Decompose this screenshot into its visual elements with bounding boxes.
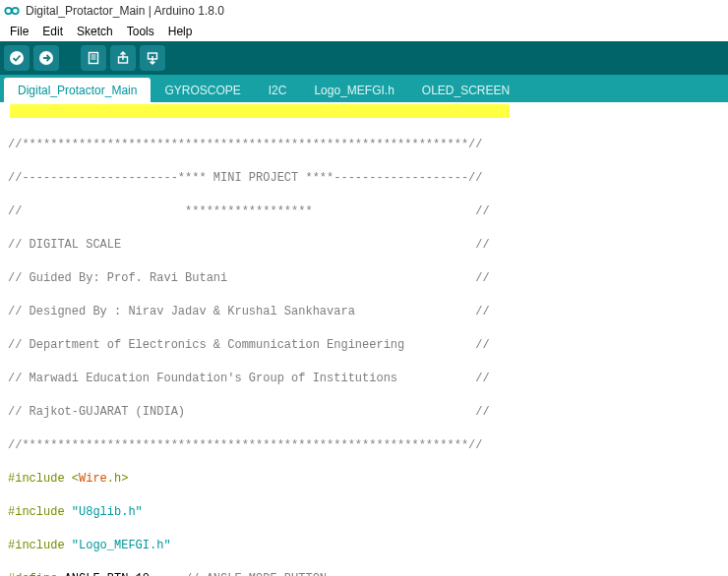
tab-main[interactable]: Digital_Protactor_Main [4,78,151,102]
new-button[interactable] [81,45,106,71]
tab-logo[interactable]: Logo_MEFGI.h [300,78,407,102]
tab-bar: Digital_Protactor_Main GYROSCOPE I2C Log… [0,75,728,102]
code-token: #include [8,539,65,552]
tab-gyroscope[interactable]: GYROSCOPE [151,78,254,102]
code-token: "Logo_MEFGI.h" [72,539,171,552]
tab-oled[interactable]: OLED_SCREEN [408,78,523,102]
svg-point-1 [12,8,18,14]
code-editor[interactable]: //**************************************… [0,120,728,576]
svg-rect-4 [90,53,98,64]
code-token: ANGLE_BTN 10 [57,572,185,576]
title-bar: Digital_Protactor_Main | Arduino 1.8.0 [0,0,728,22]
code-line: // Rajkot-GUJARAT (INDIA) // [8,405,490,419]
code-line: //**************************************… [8,138,482,151]
code-line: // Marwadi Education Foundation's Group … [8,372,490,385]
menu-file[interactable]: File [4,23,34,40]
code-token: > [121,472,128,486]
code-token: #include [8,472,65,486]
menu-bar: File Edit Sketch Tools Help [0,22,728,41]
highlight-strip [0,102,728,120]
menu-help[interactable]: Help [162,23,199,40]
arduino-logo-icon [4,3,20,19]
code-line: //----------------------**** MINI PROJEC… [8,171,482,185]
code-line: // DIGITAL SCALE // [8,238,490,252]
code-line: // Guided By: Prof. Ravi Butani // [8,271,490,285]
menu-edit[interactable]: Edit [36,23,69,40]
tab-i2c[interactable]: I2C [255,78,301,102]
code-token: "U8glib.h" [72,505,143,519]
toolbar [0,41,728,75]
menu-sketch[interactable]: Sketch [71,23,119,40]
code-token: .h [107,472,121,486]
code-token: #include [8,505,65,519]
code-line: // Department of Electronics & Communica… [8,338,490,352]
svg-point-2 [10,51,24,65]
code-token: #define [8,572,57,576]
window-title: Digital_Protactor_Main | Arduino 1.8.0 [26,4,224,18]
code-line: // ****************** // [8,204,490,218]
open-button[interactable] [110,45,136,71]
code-line: //**************************************… [8,438,482,452]
code-token: // ANGLE MODE BUTTON [185,572,327,576]
verify-button[interactable] [4,45,30,71]
svg-point-0 [5,8,11,14]
code-line: // Designed By : Nirav Jadav & Krushal S… [8,305,490,318]
save-button[interactable] [140,45,165,71]
upload-button[interactable] [33,45,59,71]
code-token: Wire [79,472,107,486]
code-token: < [72,472,79,486]
menu-tools[interactable]: Tools [121,23,160,40]
